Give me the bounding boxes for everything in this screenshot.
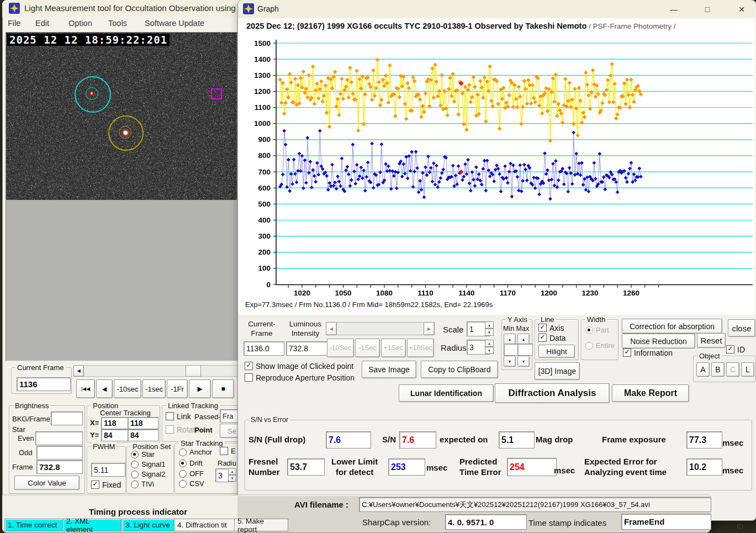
link-checkbox[interactable]: ✓Link xyxy=(166,412,191,421)
expected-error-value[interactable]: 10.2 xyxy=(686,458,722,476)
minus-10sec-button[interactable]: -10sec xyxy=(114,379,141,398)
graph-scrollbar[interactable] xyxy=(326,322,435,335)
play-button[interactable]: ▶ xyxy=(189,379,211,398)
timing-indicator-title: Timing process indicator xyxy=(47,507,229,516)
graph-scrollbar-right-icon[interactable]: ▶ xyxy=(424,322,435,335)
close-graph-button[interactable]: close xyxy=(728,319,755,337)
plus-1sec-graph-button[interactable]: +1Sec xyxy=(381,339,406,357)
radius-spinner[interactable]: ▲▼ xyxy=(485,340,494,354)
noise-reduction-button[interactable]: Noise Reduction xyxy=(622,334,695,349)
fwhm-fixed-checkbox[interactable]: ✓Fixed xyxy=(91,481,121,489)
svg-text:600: 600 xyxy=(258,184,271,192)
position-set-tivi-radio[interactable]: TIVi xyxy=(131,480,154,488)
star-tracking-radius-spinner[interactable]: ▲▼ xyxy=(228,468,236,482)
position-set-signal1-radio[interactable]: Signal1 xyxy=(131,460,165,468)
position-set-star-radio[interactable]: Star xyxy=(131,450,155,458)
bkg-frame-input[interactable] xyxy=(51,411,83,425)
star-tracking-csv-radio[interactable]: CSV xyxy=(179,479,204,488)
expected-on-value[interactable]: 5.1 xyxy=(499,431,535,448)
predicted-error-value[interactable]: 254 xyxy=(507,458,557,476)
minus-1frame-button[interactable]: -1Fr xyxy=(167,379,188,398)
video-panel[interactable]: 2025 12 12 18:59:22:201 xyxy=(6,32,239,361)
diffraction-analysis-button[interactable]: Diffraction Analysis xyxy=(495,383,610,403)
timestamp-indicates-field[interactable]: FrameEnd xyxy=(621,514,711,530)
close-window-icon[interactable]: ✕ xyxy=(733,3,750,15)
copy-to-clipboard-button[interactable]: Copy to ClipBoard xyxy=(421,361,498,378)
frame-brightness-input[interactable]: 732.8 xyxy=(36,460,83,474)
menu-edit[interactable]: Edit xyxy=(35,19,49,28)
reset-button[interactable]: Reset xyxy=(697,333,726,348)
fwhm-input[interactable]: 5.11 xyxy=(91,463,125,477)
y-min-up-icon[interactable]: ▲ xyxy=(504,334,516,345)
object-a-button[interactable]: A xyxy=(696,362,710,377)
star-even-input[interactable] xyxy=(35,431,83,445)
step-back-button[interactable]: ◀ xyxy=(96,379,113,398)
y-min-down-icon[interactable]: ▼ xyxy=(504,356,516,367)
menu-tools[interactable]: Tools xyxy=(108,19,127,28)
lunar-identification-button[interactable]: Lunar Identification xyxy=(399,384,494,402)
video-scrollbar[interactable] xyxy=(73,365,238,377)
width-part-radio[interactable]: Part xyxy=(585,326,609,334)
correction-absorption-button[interactable]: Correction for absorption xyxy=(622,319,722,334)
passed-label: Passed- xyxy=(194,413,221,421)
line-data-checkbox[interactable]: ✓Data xyxy=(538,334,566,342)
minus-1sec-graph-button[interactable]: -1Sec xyxy=(355,339,380,357)
y-axis-group-label: Y Axis xyxy=(506,315,529,324)
object-l-button[interactable]: L xyxy=(741,362,754,377)
line-axis-checkbox[interactable]: ✓Axis xyxy=(538,324,564,333)
video-scrollbar-thumb[interactable] xyxy=(186,365,201,377)
sn-full-drop-value[interactable]: 7.6 xyxy=(326,431,371,448)
position-set-group-label: Position Set xyxy=(131,442,172,451)
id-checkbox[interactable]: ✓ID xyxy=(726,345,745,354)
sn-value[interactable]: 7.6 xyxy=(399,431,436,448)
image-3d-button[interactable]: [3D] Image xyxy=(535,362,580,380)
rewind-start-button[interactable]: |◀◀ xyxy=(76,379,95,398)
app-star-icon xyxy=(9,3,20,14)
menu-file[interactable]: File xyxy=(8,19,20,28)
hilight-button[interactable]: Hilight xyxy=(538,345,575,358)
object-b-button[interactable]: B xyxy=(711,362,725,377)
position-y-center[interactable]: 84 xyxy=(101,429,130,441)
menu-software-update[interactable]: Software Update xyxy=(145,19,204,28)
make-report-button[interactable]: Make Report xyxy=(612,384,689,402)
y-max-up-icon[interactable]: ▲ xyxy=(517,334,530,345)
object-c-button[interactable]: C xyxy=(726,362,739,377)
sharpcap-version-field[interactable]: 4. 0. 9571. 0 xyxy=(445,514,527,530)
scale-spinner[interactable]: ▲▼ xyxy=(485,321,494,336)
fresnel-value[interactable]: 53.7 xyxy=(287,458,325,476)
information-checkbox[interactable]: ✓Information xyxy=(623,349,673,357)
position-y-tracking[interactable]: 84 xyxy=(128,429,158,441)
minus-10sec-graph-button[interactable]: -10Sec xyxy=(327,339,354,357)
color-value-button[interactable]: Color Value xyxy=(14,476,80,490)
star-odd-input[interactable] xyxy=(36,446,83,460)
plus-10sec-graph-button[interactable]: +10Sec xyxy=(407,339,434,357)
y-max-down-icon[interactable]: ▼ xyxy=(517,356,530,367)
timing-step-1: 1. Time correct xyxy=(4,519,66,531)
minus-1sec-button[interactable]: -1sec xyxy=(142,379,166,398)
reproduce-aperture-checkbox[interactable]: ✓Reproduce Aperture Position xyxy=(245,373,355,382)
lower-limit-value[interactable]: 253 xyxy=(388,458,425,476)
position-set-signal2-radio[interactable]: Signal2 xyxy=(131,470,165,478)
show-image-checkbox[interactable]: ✓Show Image of Clicked point xyxy=(245,362,353,371)
frame-exposure-value[interactable]: 77.3 xyxy=(686,431,722,448)
light-curve-plot[interactable]: 0100200300400500600700800900100011001200… xyxy=(237,32,755,299)
current-frame-input[interactable]: 1136 xyxy=(17,377,71,391)
maximize-icon[interactable]: □ xyxy=(699,3,716,15)
stop-button[interactable]: ■ xyxy=(212,379,234,398)
position-x-tracking[interactable]: 118 xyxy=(128,417,158,429)
scrollbar-left-arrow-icon[interactable]: ◀ xyxy=(73,365,84,377)
save-image-button[interactable]: Save Image xyxy=(362,361,416,378)
avi-filename-field[interactable]: C:¥Users¥owner¥Documents¥天文¥202512¥20251… xyxy=(359,497,711,512)
graph-scrollbar-left-icon[interactable]: ◀ xyxy=(326,322,337,335)
star-tracking-e-checkbox[interactable]: ✓E xyxy=(220,447,236,455)
graph-current-frame-input[interactable]: 1136.0 xyxy=(244,341,284,356)
star-tracking-drift-radio[interactable]: Drift xyxy=(179,459,203,467)
width-entire-radio[interactable]: Entire xyxy=(585,341,615,350)
sn-error-group: S/N vs Error xyxy=(245,420,752,490)
position-x-center[interactable]: 118 xyxy=(101,417,130,429)
star-tracking-off-radio[interactable]: OFF xyxy=(179,469,204,478)
svg-text:1400: 1400 xyxy=(254,55,271,64)
star-tracking-anchor-radio[interactable]: Anchor xyxy=(179,448,212,456)
minimize-icon[interactable]: — xyxy=(665,3,682,15)
menu-option[interactable]: Option xyxy=(68,19,92,28)
